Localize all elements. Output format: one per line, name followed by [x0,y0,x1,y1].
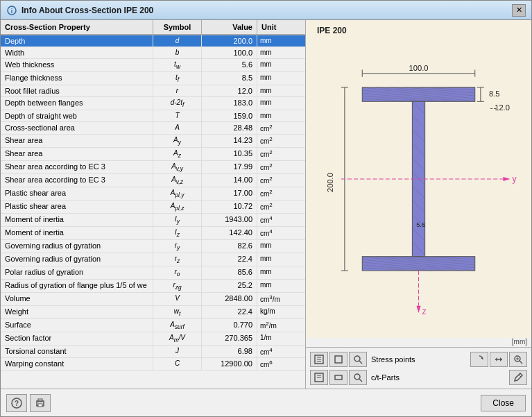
cell-value: 85.6 [202,266,257,279]
svg-text:5.6: 5.6 [416,221,425,228]
header-property: Cross-Section Property [1,20,153,34]
cell-symbol: b [153,47,202,58]
cell-value: 183.0 [202,97,257,110]
table-row[interactable]: Plastic shear area Apl,y 17.00 cm2 [1,187,305,201]
cell-symbol: rz [153,253,202,266]
table-row[interactable]: Governing radius of gyration rz 22.4 mm [1,253,305,266]
cell-value: 100.0 [202,47,257,58]
table-row[interactable]: Governing radius of gyration ry 82.6 mm [1,240,305,253]
svg-text:12.0: 12.0 [495,103,510,112]
svg-marker-53 [503,177,510,181]
ct-zoom-btn[interactable] [349,370,367,385]
cell-symbol: T [153,110,202,121]
cell-value: 10.72 [202,201,257,213]
stress-flip-btn[interactable] [490,352,508,367]
content-area: Cross-Section Property Symbol Value Unit… [1,20,531,389]
table-body[interactable]: Depth d 200.0 mm Width b 100.0 mm Web th… [1,35,305,389]
ct-frame-btn[interactable] [310,370,328,385]
cell-symbol: Av,y [153,161,202,173]
table-row[interactable]: Plastic shear area Apl,z 10.72 cm2 [1,201,305,214]
cell-symbol: d-2tf [153,97,202,110]
close-button[interactable]: Close [481,395,526,411]
cell-value: 22.4 [202,253,257,266]
cell-value: 12.0 [202,85,257,96]
cell-symbol: Apl,z [153,201,202,213]
table-row[interactable]: Radius of gyration of flange plus 1/5 of… [1,280,305,293]
table-row[interactable]: Width b 100.0 mm [1,47,305,59]
svg-rect-76 [335,375,342,380]
cell-symbol: Iy [153,214,202,226]
table-row[interactable]: Depth between flanges d-2tf 183.0 mm [1,97,305,110]
cell-property: Section factor [1,332,153,345]
ct-rect-btn[interactable] [329,370,347,385]
table-row[interactable]: Polar radius of gyration ro 85.6 mm [1,266,305,280]
window-close-button[interactable]: ✕ [512,4,526,17]
svg-rect-62 [335,356,342,363]
drawing-area: IPE 200 [306,20,531,338]
table-row[interactable]: Shear area according to EC 3 Av,y 17.99 … [1,161,305,174]
cell-value: 25.2 [202,280,257,292]
svg-rect-85 [38,404,42,407]
table-row[interactable]: Moment of inertia Iz 142.40 cm4 [1,227,305,240]
table-row[interactable]: Web thickness tw 5.6 mm [1,59,305,72]
cell-property: Cross-sectional area [1,122,153,134]
table-row[interactable]: Volume V 2848.00 cm3/m [1,293,305,305]
table-row[interactable]: Warping constant C 12900.00 cm6 [1,358,305,371]
table-row[interactable]: Depth of straight web T 159.0 mm [1,110,305,122]
cell-symbol: Az [153,148,202,160]
cell-symbol: ro [153,266,202,279]
cell-symbol: tf [153,72,202,85]
table-row[interactable]: Flange thickness tf 8.5 mm [1,72,305,85]
table-row[interactable]: Root fillet radius r 12.0 mm [1,85,305,97]
cell-value: 82.6 [202,240,257,253]
svg-marker-67 [495,357,497,361]
table-row[interactable]: Section factor Am/V 270.365 1/m [1,332,305,346]
cell-property: Web thickness [1,59,153,71]
cell-property: Moment of inertia [1,214,153,226]
cell-unit: cm3/m [257,293,295,305]
table-row[interactable]: Depth d 200.0 mm [1,35,305,47]
table-row[interactable]: Shear area according to EC 3 Av,z 14.00 … [1,174,305,187]
stress-rect-btn[interactable] [329,352,347,367]
stress-zoom-btn[interactable] [349,352,367,367]
stress-search-btn[interactable] [509,352,527,367]
cell-value: 17.00 [202,187,257,200]
cell-symbol: J [153,346,202,357]
svg-marker-56 [416,306,420,313]
cell-value: 200.0 [202,35,257,46]
header-value: Value [202,20,257,34]
print-btn[interactable] [30,394,51,412]
table-row[interactable]: Shear area Ay 14.23 cm2 [1,135,305,148]
cell-value: 10.35 [202,148,257,160]
title-bar: i Info About Cross-Section IPE 200 ✕ [1,1,531,20]
cell-unit: cm2 [257,174,295,187]
svg-text:?: ? [15,400,19,407]
table-row[interactable]: Surface Asurf 0.770 m2/m [1,319,305,332]
table-row[interactable]: Weight wt 22.4 kg/m [1,306,305,319]
cell-symbol: ry [153,240,202,253]
cell-property: Root fillet radius [1,85,153,96]
cell-value: 22.4 [202,306,257,318]
table-row[interactable]: Torsional constant J 6.98 cm4 [1,346,305,358]
cell-property: Governing radius of gyration [1,240,153,253]
cell-unit: kg/m [257,306,295,318]
stress-rotate-btn[interactable] [470,352,488,367]
cell-symbol: Asurf [153,319,202,332]
svg-text:100.0: 100.0 [409,64,429,72]
toolbar-area: Stress points [306,347,531,389]
ct-edit-btn[interactable] [509,370,527,385]
cell-unit: mm [257,240,295,253]
cell-unit: mm [257,266,295,279]
help-btn[interactable]: ? [6,394,27,412]
cell-property: Width [1,47,153,58]
cell-property: Flange thickness [1,72,153,85]
header-symbol: Symbol [153,20,202,34]
cell-value: 14.23 [202,135,257,147]
stress-frame-btn[interactable] [310,352,328,367]
cell-property: Torsional constant [1,346,153,357]
table-row[interactable]: Shear area Az 10.35 cm2 [1,148,305,161]
cell-unit: cm4 [257,227,295,239]
cell-unit: cm2 [257,201,295,213]
table-row[interactable]: Moment of inertia Iy 1943.00 cm4 [1,214,305,227]
table-row[interactable]: Cross-sectional area A 28.48 cm2 [1,122,305,135]
